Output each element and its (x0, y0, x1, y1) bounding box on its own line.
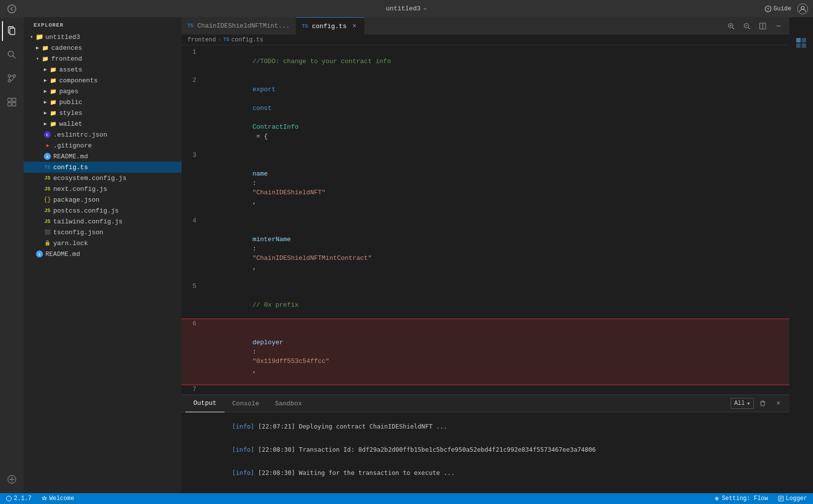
breadcrumb-config-ts[interactable]: config.ts (231, 36, 263, 43)
log-line-4: [info] [22:08:39] Contract ChainIDEShiel… (187, 485, 783, 493)
terminal-panel: Output Console Sandbox All ▾ × (182, 395, 789, 493)
sidebar-item-tsconfig[interactable]: ⬛ tsconfig.json (24, 227, 182, 238)
code-editor: 1 //TODO: change to your contract info 2… (182, 45, 789, 493)
line-content-2: export const ContractInfo = { (206, 75, 789, 150)
yarn-lock-label: yarn.lock (53, 240, 88, 247)
svg-text:?: ? (767, 7, 769, 12)
svg-point-8 (8, 75, 11, 77)
sidebar-item-postcss[interactable]: JS postcss.config.js (24, 205, 182, 216)
right-panel-icon[interactable] (795, 37, 807, 52)
yarn-lock-icon: 🔒 (43, 239, 51, 247)
package-json-label: package.json (53, 196, 100, 204)
zoom-in-button[interactable] (724, 19, 738, 33)
terminal-tab-sandbox[interactable]: Sandbox (267, 395, 310, 412)
code-content: 1 //TODO: change to your contract info 2… (182, 45, 789, 395)
wallet-folder-icon: 📁 (49, 120, 57, 128)
title-edit-icon[interactable]: ✏ (423, 5, 427, 12)
search-activity-icon[interactable] (2, 45, 22, 65)
guide-button[interactable]: ? Guide (765, 5, 791, 12)
back-button[interactable] (5, 2, 19, 16)
code-line-7: 7 }; (182, 385, 789, 395)
status-version[interactable]: 2.1.7 (4, 493, 34, 504)
code-line-6: 6 deployer : "0x119dff553c54ffcc" , (182, 319, 789, 385)
svg-rect-13 (8, 103, 11, 106)
pages-folder-icon: 📁 (49, 87, 57, 95)
ecosystem-label: ecosystem.config.js (53, 175, 126, 182)
sidebar-item-ecosystem[interactable]: JS ecosystem.config.js (24, 173, 182, 183)
breadcrumb-frontend[interactable]: frontend (187, 36, 216, 43)
terminal-close-button[interactable]: × (772, 396, 785, 410)
gitignore-icon: ◆ (43, 142, 51, 149)
extensions-activity-icon[interactable] (2, 92, 22, 112)
sidebar-item-eslintrc[interactable]: E .eslintrc.json (24, 129, 182, 140)
terminal-clear-button[interactable] (756, 396, 770, 410)
next-config-label: next.config.js (53, 185, 107, 193)
line-num-5: 5 (182, 282, 206, 291)
sidebar-item-tailwind[interactable]: JS tailwind.config.js (24, 216, 182, 227)
status-welcome[interactable]: Welcome (39, 493, 76, 504)
terminal-tab-actions: All ▾ × (731, 396, 785, 410)
remote-activity-icon[interactable] (2, 469, 22, 489)
sidebar-item-pages[interactable]: ▶ 📁 pages (24, 86, 182, 97)
output-filter-dropdown[interactable]: All ▾ (731, 398, 754, 409)
user-avatar[interactable] (797, 3, 808, 14)
git-activity-icon[interactable] (2, 69, 22, 88)
config-ts-tab-label: config.ts (312, 23, 346, 30)
sidebar-item-next-config[interactable]: JS next.config.js (24, 183, 182, 194)
gitignore-label: .gitignore (53, 142, 92, 149)
svg-rect-12 (12, 98, 16, 102)
terminal-tab-output[interactable]: Output (185, 395, 224, 412)
line-num-3: 3 (182, 150, 206, 160)
code-line-1: 1 //TODO: change to your contract info (182, 47, 789, 75)
pages-chevron: ▶ (41, 87, 49, 95)
readme-root-label: README.md (45, 251, 80, 258)
code-line-5: 5 // 0x prefix (182, 282, 789, 319)
components-folder-icon: 📁 (49, 76, 57, 84)
breadcrumb-sep1: › (218, 36, 222, 43)
sidebar-item-readme-frontend[interactable]: i README.md (24, 151, 182, 162)
tsconfig-icon: ⬛ (43, 228, 51, 236)
terminal-tab-console[interactable]: Console (224, 395, 267, 412)
styles-chevron: ▶ (41, 109, 49, 117)
sidebar-item-config-ts[interactable]: TS config.ts (24, 162, 182, 173)
tree-root[interactable]: ▾ 📁 untitled3 (24, 32, 182, 42)
sidebar-item-components[interactable]: ▶ 📁 components (24, 75, 182, 86)
eslintrc-label: .eslintrc.json (53, 131, 107, 139)
more-actions-button[interactable]: ⋯ (772, 19, 785, 33)
assets-folder-icon: 📁 (49, 66, 57, 73)
sidebar-item-package-json[interactable]: {} package.json (24, 194, 182, 205)
sidebar-item-wallet[interactable]: ▶ 📁 wallet (24, 118, 182, 129)
sidebar-item-assets[interactable]: ▶ 📁 assets (24, 64, 182, 75)
sidebar-item-cadences[interactable]: ▶ 📁 cadences (24, 42, 182, 53)
frontend-folder-icon: 📁 (41, 55, 49, 63)
status-setting-flow[interactable]: Setting: Flow (712, 493, 770, 504)
sidebar-item-yarn-lock[interactable]: 🔒 yarn.lock (24, 238, 182, 249)
public-chevron: ▶ (41, 98, 49, 106)
public-label: public (59, 99, 82, 106)
activity-bar (0, 17, 24, 493)
main-layout: EXPLORER ▾ 📁 untitled3 ▶ 📁 cadences ▾ 📁 … (0, 17, 813, 493)
ecosystem-icon: JS (43, 174, 51, 182)
svg-point-10 (8, 80, 11, 82)
config-ts-icon: TS (43, 163, 51, 171)
zoom-out-button[interactable] (740, 19, 754, 33)
assets-chevron: ▶ (41, 66, 49, 73)
dropdown-selected: All (734, 400, 745, 407)
sidebar-item-readme-root[interactable]: i README.md (24, 249, 182, 259)
svg-line-21 (748, 27, 750, 29)
sidebar-item-public[interactable]: ▶ 📁 public (24, 97, 182, 108)
status-right: Setting: Flow Logger (712, 493, 809, 504)
tab-config-ts[interactable]: TS config.ts × (296, 17, 365, 35)
tab-close-config[interactable]: × (350, 22, 358, 30)
status-logger[interactable]: Logger (776, 493, 809, 504)
sidebar-item-gitignore[interactable]: ◆ .gitignore (24, 140, 182, 151)
sidebar-item-styles[interactable]: ▶ 📁 styles (24, 108, 182, 118)
sidebar-item-frontend[interactable]: ▾ 📁 frontend (24, 53, 182, 64)
split-editor-button[interactable] (756, 19, 770, 33)
logger-label: Logger (786, 495, 807, 502)
config-ts-label: config.ts (53, 164, 88, 171)
explorer-activity-icon[interactable] (2, 21, 22, 41)
tab-chainide[interactable]: TS ChainIDEShieldNFTMint... (182, 17, 296, 35)
setting-flow-label: Setting: Flow (722, 495, 768, 502)
svg-line-18 (733, 27, 735, 29)
